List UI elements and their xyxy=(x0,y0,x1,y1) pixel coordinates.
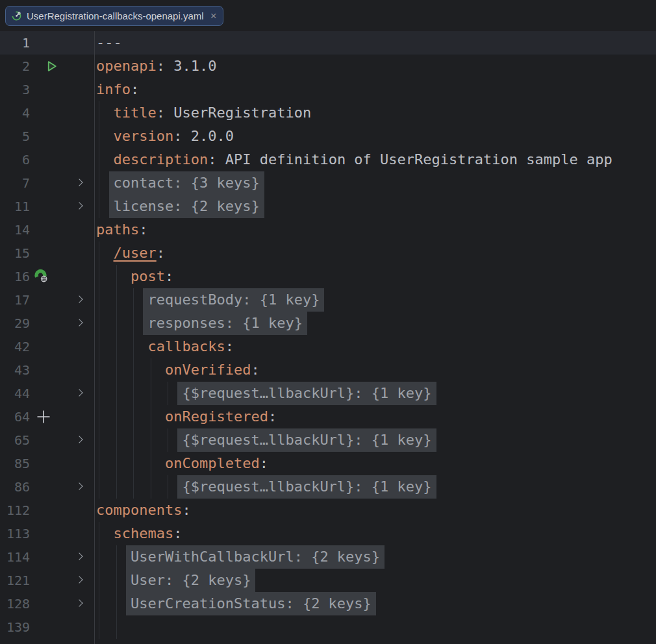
yaml-text: --- xyxy=(96,34,122,51)
yaml-text: : xyxy=(268,408,277,425)
code-line: 5 version: 2.0.0 xyxy=(0,125,656,148)
fold-chevron-icon[interactable] xyxy=(75,319,82,326)
code-line-text[interactable]: /user: xyxy=(95,242,656,265)
folded-region[interactable]: requestBody: {1 key} xyxy=(143,288,324,312)
gutter: 65 xyxy=(0,428,95,452)
code-line-text[interactable]: {$request…llbackUrl}: {1 key} xyxy=(95,475,656,499)
fold-chevron-icon[interactable] xyxy=(75,552,82,560)
path-link[interactable]: /user xyxy=(114,245,157,261)
code-line-text[interactable]: onCompleted: xyxy=(95,452,656,475)
fold-chevron-icon[interactable] xyxy=(75,576,82,583)
folded-region[interactable]: {$request…llbackUrl}: {1 key} xyxy=(177,382,436,405)
fold-chevron-icon[interactable] xyxy=(75,202,82,209)
add-gutter-icon[interactable] xyxy=(36,409,51,425)
code-line-text[interactable]: UserCreationStatus: {2 keys} xyxy=(95,592,656,615)
code-line-text[interactable] xyxy=(95,615,656,639)
code-line: 1--- xyxy=(0,31,656,55)
code-line-text[interactable]: description: API definition of UserRegis… xyxy=(95,148,656,171)
yaml-key: onRegistered xyxy=(165,408,268,425)
indent-whitespace xyxy=(96,408,165,425)
yaml-key: callbacks xyxy=(147,338,225,354)
gutter: 4 xyxy=(0,101,95,125)
code-line: 44 {$request…llbackUrl}: {1 key} xyxy=(0,382,656,405)
gutter: 64 xyxy=(0,405,95,428)
indent-whitespace xyxy=(96,432,182,448)
code-line: 2openapi: 3.1.0 xyxy=(0,55,656,78)
gutter: 29 xyxy=(0,312,95,335)
code-line-text[interactable]: onRegistered: xyxy=(95,405,656,428)
yaml-text: : xyxy=(139,221,147,238)
code-line: 114 UserWithCallbackUrl: {2 keys} xyxy=(0,545,656,569)
yaml-text: : xyxy=(182,502,190,518)
gutter: 7 xyxy=(0,171,95,195)
fold-chevron-icon[interactable] xyxy=(75,389,82,396)
fold-chevron-icon[interactable] xyxy=(75,436,82,443)
yaml-key: description xyxy=(114,151,208,167)
yaml-text: : xyxy=(260,455,268,471)
folded-region[interactable]: UserWithCallbackUrl: {2 keys} xyxy=(126,545,385,569)
yaml-text: : API definition of UserRegistration sam… xyxy=(208,151,612,167)
yaml-key: post xyxy=(131,268,165,284)
folded-region[interactable]: {$request…llbackUrl}: {1 key} xyxy=(177,475,436,499)
code-line-text[interactable]: version: 2.0.0 xyxy=(95,125,656,148)
tab-file[interactable]: UserRegistration-callbacks-openapi.yaml … xyxy=(5,6,223,26)
run-gutter-icon[interactable] xyxy=(45,60,58,73)
fold-chevron-icon[interactable] xyxy=(75,295,82,303)
yaml-text: : xyxy=(165,268,173,284)
code-line-text[interactable]: title: UserRegistration xyxy=(95,101,656,125)
code-line-text[interactable]: license: {2 keys} xyxy=(95,195,656,218)
yaml-text: : 2.0.0 xyxy=(173,128,234,144)
code-line: 85 onCompleted: xyxy=(0,452,656,475)
http-request-gutter-icon[interactable] xyxy=(34,269,49,284)
yaml-text: : xyxy=(251,362,259,378)
line-number: 5 xyxy=(0,125,30,148)
folded-region[interactable]: {$request…llbackUrl}: {1 key} xyxy=(177,428,436,452)
yaml-text: : xyxy=(131,81,139,97)
folded-region[interactable]: User: {2 keys} xyxy=(126,569,255,592)
fold-chevron-icon[interactable] xyxy=(75,482,82,489)
gutter: 121 xyxy=(0,569,95,592)
code-line: 42 callbacks: xyxy=(0,335,656,358)
editor-window: UserRegistration-callbacks-openapi.yaml … xyxy=(0,0,656,644)
yaml-text: : xyxy=(173,525,182,541)
code-line-text[interactable]: requestBody: {1 key} xyxy=(95,288,656,312)
code-line: 3info: xyxy=(0,78,656,101)
code-line-text[interactable]: {$request…llbackUrl}: {1 key} xyxy=(95,428,656,452)
code-line-text[interactable]: responses: {1 key} xyxy=(95,312,656,335)
gutter: 16 xyxy=(0,265,95,288)
line-number: 86 xyxy=(0,475,30,499)
line-number: 11 xyxy=(0,195,30,218)
gutter: 1 xyxy=(0,31,95,55)
folded-region[interactable]: license: {2 keys} xyxy=(109,195,264,218)
code-line: 16 post: xyxy=(0,265,656,288)
fold-chevron-icon[interactable] xyxy=(75,179,82,186)
indent-whitespace xyxy=(96,268,131,284)
code-line-text[interactable]: schemas: xyxy=(95,522,656,545)
line-number: 42 xyxy=(0,335,30,358)
folded-region[interactable]: UserCreationStatus: {2 keys} xyxy=(126,592,376,615)
line-number: 114 xyxy=(0,545,30,569)
code-line-text[interactable]: post: xyxy=(95,265,656,288)
code-line-text[interactable]: User: {2 keys} xyxy=(95,569,656,592)
code-line-text[interactable]: --- xyxy=(95,31,656,55)
tab-close-icon[interactable]: × xyxy=(210,10,217,21)
code-line-text[interactable]: components: xyxy=(95,499,656,522)
code-line: 64 onRegistered: xyxy=(0,405,656,428)
code-line-text[interactable]: info: xyxy=(95,78,656,101)
code-line-text[interactable]: UserWithCallbackUrl: {2 keys} xyxy=(95,545,656,569)
folded-region[interactable]: contact: {3 keys} xyxy=(109,171,264,195)
code-line-text[interactable]: onVerified: xyxy=(95,358,656,382)
editor-tab-bar: UserRegistration-callbacks-openapi.yaml … xyxy=(0,0,656,31)
folded-region[interactable]: responses: {1 key} xyxy=(143,312,307,335)
line-number: 14 xyxy=(0,218,30,242)
fold-chevron-icon[interactable] xyxy=(75,599,82,606)
indent-whitespace xyxy=(96,291,147,308)
code-line-text[interactable]: callbacks: xyxy=(95,335,656,358)
code-line-text[interactable]: contact: {3 keys} xyxy=(95,171,656,195)
gutter: 14 xyxy=(0,218,95,242)
code-line-text[interactable]: {$request…llbackUrl}: {1 key} xyxy=(95,382,656,405)
code-line-text[interactable]: openapi: 3.1.0 xyxy=(95,55,656,78)
code-line-text[interactable]: paths: xyxy=(95,218,656,242)
code-line: 113 schemas: xyxy=(0,522,656,545)
yaml-text: : 3.1.0 xyxy=(157,58,217,74)
